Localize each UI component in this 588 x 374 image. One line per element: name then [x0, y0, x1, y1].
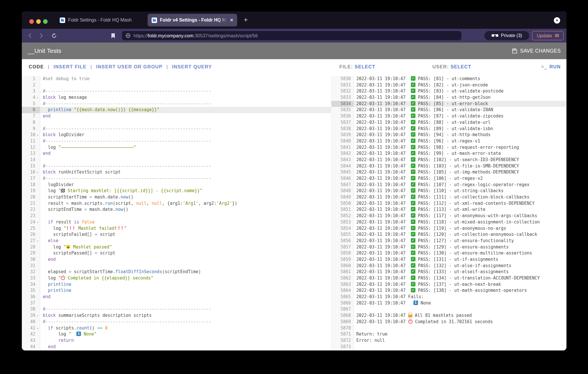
code-line[interactable]: 35 printline — [22, 288, 331, 294]
user-select-link[interactable]: SELECT — [450, 64, 471, 69]
log-line[interactable]: 58512022-03-11 19:10:47 PASS: [113] - ut… — [331, 207, 566, 213]
code-line[interactable]: 2 — [22, 82, 331, 88]
file-select-link[interactable]: SELECT — [355, 64, 375, 69]
tab-code[interactable]: CODE — [29, 64, 44, 69]
insert-query-link[interactable]: INSERT QUERY — [172, 64, 212, 69]
back-button[interactable] — [26, 32, 33, 39]
log-line[interactable]: 58332022-03-11 19:10:47 PASS: [84] - ut-… — [331, 95, 566, 101]
log-line[interactable]: 5867 — [331, 306, 566, 313]
code-line[interactable]: 41▾ if scripts.count() == 0 — [22, 325, 331, 331]
code-line[interactable]: 38#-------------------------------------… — [22, 306, 331, 313]
code-line[interactable]: 27▾ else — [22, 238, 331, 244]
code-line[interactable]: 44 end — [22, 344, 331, 350]
log-line[interactable]: 58362022-03-11 19:10:47 PASS: [87] - ut-… — [331, 113, 566, 119]
log-line[interactable]: 58682022-03-11 19:10:47 All 81 mashlets … — [331, 313, 566, 319]
log-line[interactable]: 58532022-03-11 19:10:47 PASS: [118] - ut… — [331, 219, 566, 225]
code-line[interactable]: 3#--------------------------------------… — [22, 88, 331, 95]
log-line[interactable]: 58522022-03-11 19:10:47 PASS: [117] - ut… — [331, 213, 566, 219]
log-line[interactable]: 58482022-03-11 19:10:47 PASS: [110] - ut… — [331, 188, 566, 194]
code-line[interactable]: 34 printline — [22, 282, 331, 288]
log-line[interactable]: 58412022-03-11 19:10:47 PASS: [98] - ut-… — [331, 144, 566, 151]
log-line[interactable]: 5872Error: null — [331, 338, 566, 344]
code-line[interactable]: 39▾block summariseScripts description sc… — [22, 313, 331, 319]
log-line[interactable]: 58452022-03-11 19:10:47 PASS: [105] - ut… — [331, 169, 566, 176]
close-tab-icon[interactable]: × — [230, 18, 233, 23]
browser-update-button[interactable]: Update — [532, 31, 564, 40]
forward-button[interactable] — [38, 32, 45, 39]
log-line[interactable]: 58572022-03-11 19:10:47 PASS: [129] - ut… — [331, 244, 566, 250]
log-line[interactable]: 58502022-03-11 19:10:47 PASS: [112] - ut… — [331, 201, 566, 207]
fold-arrow-icon[interactable]: ▾ — [35, 313, 40, 319]
log-line[interactable]: 58562022-03-11 19:10:47 PASS: [127] - ut… — [331, 238, 566, 244]
code-line[interactable]: 23 — [22, 213, 331, 219]
code-line[interactable]: 31 — [22, 263, 331, 269]
code-line[interactable]: 15#-------------------------------------… — [22, 163, 331, 169]
fold-arrow-icon[interactable]: ▾ — [35, 238, 40, 244]
fold-arrow-icon[interactable]: ▾ — [35, 219, 40, 225]
code-line[interactable]: 26 scriptsFailed[] = script — [22, 232, 331, 238]
log-line[interactable]: 58382022-03-11 19:10:47 PASS: [89] - ut-… — [331, 126, 566, 132]
code-line[interactable]: 40#-------------------------------------… — [22, 319, 331, 325]
log-line[interactable]: 58462022-03-11 19:10:47 PASS: [106] - ut… — [331, 176, 566, 182]
code-line[interactable]: 19 log " Starting mashlet: [{{script.id}… — [22, 188, 331, 194]
code-line[interactable]: 20 scriptStartTime = mash.date.now() — [22, 194, 331, 201]
log-line[interactable]: 58582022-03-11 19:10:47 PASS: [130] - ut… — [331, 250, 566, 257]
code-line[interactable]: 21 result = mash.scripts.run(script, nul… — [22, 201, 331, 207]
window-close-button[interactable] — [29, 19, 34, 24]
log-line[interactable]: 58352022-03-11 19:10:47 PASS: [86] - ut-… — [331, 107, 566, 113]
code-line[interactable]: 22 scriptEndTime = mash.date.now() — [22, 207, 331, 213]
log-line[interactable]: 58322022-03-11 19:10:47 PASS: [83] - ut-… — [331, 88, 566, 95]
insert-user-or-group-link[interactable]: INSERT USER OR GROUP — [96, 64, 163, 69]
fold-arrow-icon[interactable]: ▾ — [35, 325, 40, 331]
list-all-tabs-button[interactable]: ▼ — [554, 17, 560, 24]
code-editor[interactable]: 1#set debug to true23#------------------… — [22, 76, 331, 350]
log-line[interactable]: 58602022-03-11 19:10:47 PASS: [132] - ut… — [331, 263, 566, 269]
code-line[interactable]: 29 scriptsPassed[] = script — [22, 250, 331, 257]
code-line[interactable]: 8 — [22, 119, 331, 126]
log-line[interactable]: 58652022-03-11 19:10:47 Fails: — [331, 294, 566, 300]
code-line[interactable]: 10▾block logDivider — [22, 132, 331, 138]
log-line[interactable]: 58692022-03-11 19:10:47 Completed in 31.… — [331, 319, 566, 325]
log-line[interactable]: 58622022-03-11 19:10:47 PASS: [134] - ut… — [331, 275, 566, 282]
tab-foldr-v4-settings-active[interactable]: Foldr v4 Settings - Foldr HQ Ma × — [148, 14, 237, 26]
log-line[interactable]: 58472022-03-11 19:10:47 PASS: [107] - ut… — [331, 182, 566, 188]
code-line[interactable]: 1#set debug to true — [22, 76, 331, 82]
code-line[interactable]: 25 log "!!! Mashlet failed!!!" — [22, 225, 331, 232]
log-line[interactable]: 58372022-03-11 19:10:47 PASS: [88] - ut-… — [331, 119, 566, 126]
code-line[interactable]: 17#-------------------------------------… — [22, 176, 331, 182]
log-line[interactable]: 58402022-03-11 19:10:47 PASS: [96] - ut-… — [331, 138, 566, 144]
log-line[interactable]: 58432022-03-11 19:10:47 PASS: [102] - ut… — [331, 157, 566, 163]
log-line[interactable]: 5871Return: true — [331, 331, 566, 338]
log-line[interactable]: 58612022-03-11 19:10:47 PASS: [133] - ut… — [331, 269, 566, 275]
bookmark-icon[interactable] — [110, 32, 117, 39]
code-line[interactable]: 36end — [22, 294, 331, 300]
code-line[interactable]: 24▾ if result is false — [22, 219, 331, 225]
code-line[interactable]: 28 log " Mashlet passed" — [22, 244, 331, 250]
code-line[interactable]: 42 log " None" — [22, 331, 331, 338]
log-line[interactable]: 58542022-03-11 19:10:47 PASS: [119] - ut… — [331, 225, 566, 232]
log-line[interactable]: 58552022-03-11 19:10:47 PASS: [120] - ut… — [331, 232, 566, 238]
fold-arrow-icon[interactable]: ▾ — [35, 169, 40, 176]
log-line[interactable]: 58662022-03-11 19:10:47 None — [331, 300, 566, 306]
log-line[interactable]: 58342022-03-11 19:10:47 PASS: [85] - ut-… — [331, 101, 566, 107]
log-line[interactable]: 58302022-03-11 19:10:47 PASS: [81] - ut-… — [331, 76, 566, 82]
fold-arrow-icon[interactable]: ▾ — [35, 95, 40, 101]
code-line[interactable]: 32 elapsed = scriptStartTime.floatDiffIn… — [22, 269, 331, 275]
code-line[interactable]: 6 printline "{{mash.date.now()}} {{messa… — [22, 107, 331, 113]
url-bar[interactable]: https://foldr.mycompany.com:30537/settin… — [122, 31, 461, 40]
code-line[interactable]: 5#--------------------------------------… — [22, 101, 331, 107]
log-line[interactable]: 58392022-03-11 19:10:47 PASS: [94] - ut-… — [331, 132, 566, 138]
code-line[interactable]: 11#-------------------------------------… — [22, 138, 331, 144]
log-line[interactable]: 5870 — [331, 325, 566, 331]
test-log-output[interactable]: 58302022-03-11 19:10:47 PASS: [81] - ut-… — [331, 76, 566, 350]
reload-button[interactable] — [51, 32, 57, 39]
run-button[interactable]: >_RUN — [541, 64, 561, 70]
code-line[interactable]: 37 — [22, 300, 331, 306]
code-line[interactable]: 43 return — [22, 338, 331, 344]
code-line[interactable]: 4▾block log message — [22, 95, 331, 101]
window-minimize-button[interactable] — [36, 19, 41, 24]
code-line[interactable]: 12 log "————————————————————————————" — [22, 144, 331, 151]
new-tab-button[interactable]: + — [242, 16, 250, 24]
code-line[interactable]: 9#--------------------------------------… — [22, 126, 331, 132]
code-line[interactable]: 33 log " Completed in {{elapsed}} second… — [22, 275, 331, 282]
